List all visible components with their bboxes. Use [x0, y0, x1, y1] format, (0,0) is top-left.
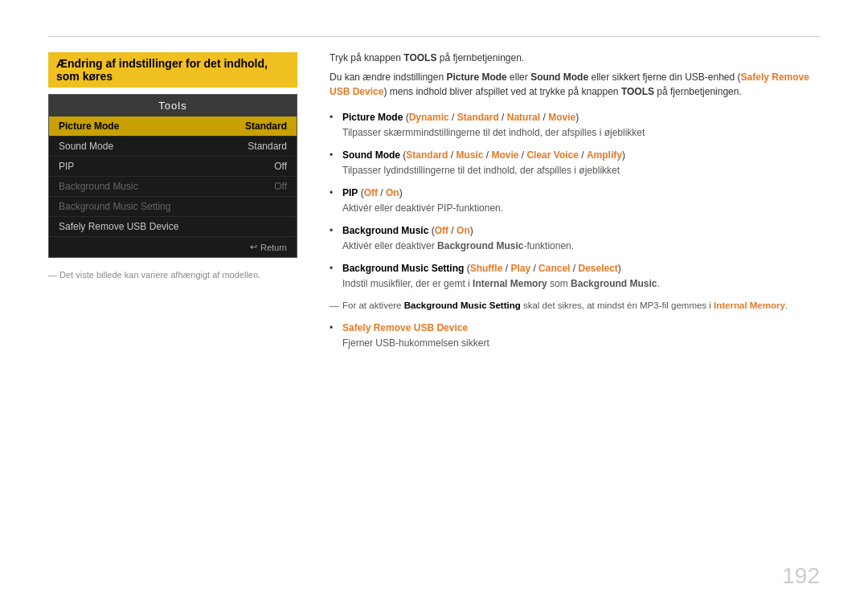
- sm-clearvoice: Clear Voice: [526, 149, 578, 161]
- sm-movie: Movie: [491, 149, 518, 161]
- tools-row-sound-mode[interactable]: Sound Mode Standard: [49, 137, 297, 157]
- bullet-safely-remove: Safely Remove USB Device Fjerner USB-huk…: [330, 321, 820, 350]
- row-value-sound-mode: Standard: [248, 141, 287, 152]
- bgm-off: Off: [435, 225, 448, 236]
- bullet-pip-title: PIP: [342, 187, 358, 198]
- bullet-bg-music-setting-title: Background Music Setting: [342, 263, 464, 274]
- bullet-bg-music-setting-sub: Indstil musikfiler, der er gemt i Intern…: [342, 276, 820, 291]
- bullet-sound-mode-sub: Tilpasser lydindstillingerne til det ind…: [342, 163, 820, 178]
- tools-header: Tools: [49, 95, 297, 116]
- bg-music-bold: Background Music: [437, 240, 523, 251]
- tools-row-background-music-setting[interactable]: Background Music Setting: [49, 197, 297, 217]
- page-number: 192: [782, 563, 820, 589]
- tools-footer: ↩ Return: [49, 237, 297, 257]
- bullet-picture-mode-title: Picture Mode: [342, 112, 403, 123]
- dynamic: Dynamic: [409, 112, 449, 123]
- bullet-bg-music-title: Background Music: [342, 225, 428, 236]
- tools-panel: Tools Picture Mode Standard Sound Mode S…: [48, 94, 297, 258]
- left-column: Ændring af indstillinger for det indhold…: [48, 52, 297, 358]
- row-label-background-music: Background Music: [59, 181, 138, 192]
- sm-amplify: Amplify: [587, 149, 622, 161]
- bullet-safely-remove-sub: Fjerner USB-hukommelsen sikkert: [342, 336, 820, 350]
- row-value-background-music: Off: [274, 181, 287, 192]
- tools-row-pip[interactable]: PIP Off: [49, 157, 297, 177]
- bgm-on: On: [457, 225, 470, 236]
- row-label-background-music-setting: Background Music Setting: [59, 201, 170, 212]
- row-label-picture-mode: Picture Mode: [59, 121, 119, 132]
- bms-bold: Background Music Setting: [404, 300, 521, 310]
- section-title: Ændring af indstillinger for det indhold…: [48, 52, 297, 88]
- internal-memory-bold: Internal Memory: [714, 300, 785, 310]
- pip-on: On: [386, 187, 399, 198]
- picture-mode-ref: Picture Mode: [446, 72, 506, 83]
- return-label: Return: [260, 243, 287, 252]
- bullet-bg-music: Background Music (Off / On) Aktivér elle…: [330, 223, 820, 253]
- content-wrapper: Ændring af indstillinger for det indhold…: [48, 52, 820, 358]
- bg-music-ref2: Background Music: [571, 278, 657, 289]
- row-label-pip: PIP: [59, 161, 74, 172]
- return-icon: ↩: [250, 242, 257, 252]
- tools-bold2: TOOLS: [621, 86, 654, 97]
- sm-standard: Standard: [406, 149, 448, 161]
- top-divider: [48, 36, 820, 37]
- tools-bold: TOOLS: [403, 52, 436, 63]
- bullet-bg-music-sub: Aktivér eller deaktiver Background Music…: [342, 239, 820, 253]
- bullet-safely-remove-title: Safely Remove USB Device: [342, 322, 468, 333]
- row-value-pip: Off: [274, 161, 287, 172]
- bms-play: Play: [510, 263, 530, 274]
- bullet-pip: PIP (Off / On) Aktivér eller deaktivér P…: [330, 186, 820, 215]
- natural: Natural: [507, 112, 540, 123]
- bullet-bg-music-setting: Background Music Setting (Shuffle / Play…: [330, 261, 820, 291]
- standard: Standard: [457, 112, 499, 123]
- sm-music: Music: [456, 149, 483, 161]
- internal-memory-ref: Internal Memory: [473, 278, 547, 289]
- bullet-list: Picture Mode (Dynamic / Standard / Natur…: [330, 110, 820, 291]
- bullet-pip-sub: Aktivér eller deaktivér PIP-funktionen.: [342, 201, 820, 215]
- bullet-picture-mode-sub: Tilpasser skærmmindstillingerne til det …: [342, 125, 820, 140]
- tools-row-background-music[interactable]: Background Music Off: [49, 177, 297, 197]
- bms-cancel: Cancel: [538, 263, 570, 274]
- intro-line: Tryk på knappen TOOLS på fjernbetjeninge…: [330, 52, 820, 63]
- movie: Movie: [548, 112, 575, 123]
- tools-row-picture-mode[interactable]: Picture Mode Standard: [49, 116, 297, 137]
- bms-shuffle: Shuffle: [470, 263, 503, 274]
- page-container: Ændring af indstillinger for det indhold…: [0, 0, 868, 613]
- row-label-sound-mode: Sound Mode: [59, 141, 113, 152]
- bullet-sound-mode: Sound Mode (Standard / Music / Movie / C…: [330, 148, 820, 178]
- sub-note: For at aktivere Background Music Setting…: [330, 299, 820, 313]
- bullet-sound-mode-title: Sound Mode: [342, 149, 400, 161]
- row-value-picture-mode: Standard: [245, 121, 287, 132]
- sound-mode-ref: Sound Mode: [530, 72, 588, 83]
- intro-para: Du kan ændre indstillingen Picture Mode …: [330, 70, 820, 99]
- row-label-safely-remove: Safely Remove USB Device: [59, 221, 178, 232]
- caption-text: — Det viste billede kan variere afhængig…: [48, 270, 297, 280]
- tools-row-safely-remove[interactable]: Safely Remove USB Device: [49, 217, 297, 237]
- right-column: Tryk på knappen TOOLS på fjernbetjeninge…: [330, 52, 820, 358]
- bullet-picture-mode: Picture Mode (Dynamic / Standard / Natur…: [330, 110, 820, 140]
- bullet-list-2: Safely Remove USB Device Fjerner USB-huk…: [330, 321, 820, 350]
- bms-deselect: Deselect: [578, 263, 617, 274]
- pip-off: Off: [364, 187, 378, 198]
